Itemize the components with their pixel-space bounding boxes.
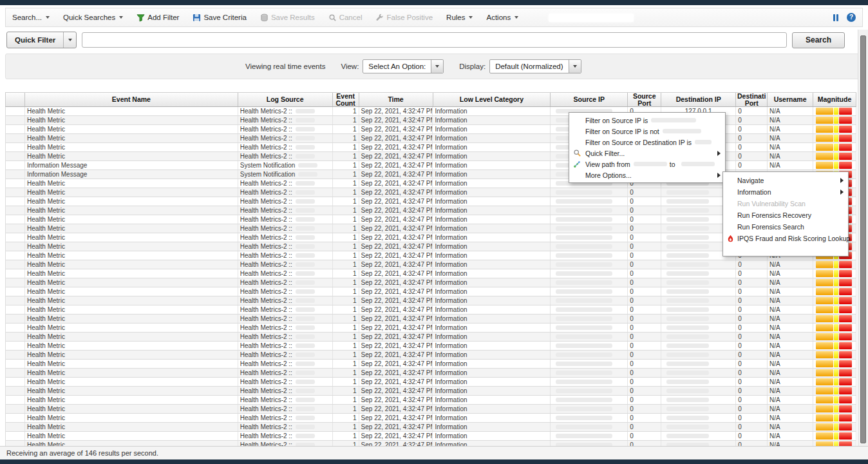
menu-item-navigate[interactable]: Navigate xyxy=(723,175,848,186)
menu-item-quick-filter[interactable]: Quick Filter... xyxy=(569,148,725,159)
cell-source-ip xyxy=(551,233,628,242)
redacted-text xyxy=(296,136,315,140)
redacted-text xyxy=(556,316,612,321)
table-row[interactable]: Health MetricHealth Metrics-2 ::1Sep 22,… xyxy=(6,351,856,360)
cell-destination-ip xyxy=(661,296,736,305)
table-row[interactable]: Health MetricHealth Metrics-2 ::1Sep 22,… xyxy=(6,405,856,414)
menu-item-filter-source-ip-is-not[interactable]: Filter on Source IP is not xyxy=(569,126,725,137)
search-menu[interactable]: Search... xyxy=(12,14,50,21)
table-row[interactable]: Health MetricHealth Metrics-2 ::1Sep 22,… xyxy=(6,314,856,324)
table-row[interactable]: Health MetricHealth Metrics-2 ::1Sep 22,… xyxy=(6,260,856,269)
add-filter-button[interactable]: Add Filter xyxy=(137,14,179,22)
cell-event-count: 1 xyxy=(333,378,359,386)
column-header-source-port[interactable]: Source Port xyxy=(628,93,661,106)
column-header-magnitude[interactable]: Magnitude xyxy=(813,93,856,106)
table-row[interactable]: Health MetricHealth Metrics-2 ::1Sep 22,… xyxy=(6,134,856,143)
magnitude-segment-amber xyxy=(816,306,833,313)
cell-select xyxy=(6,278,25,287)
cell-event-count: 1 xyxy=(333,215,359,224)
column-header-low-level-category[interactable]: Low Level Category xyxy=(433,93,551,106)
pause-icon[interactable] xyxy=(833,14,838,21)
cell-source-port: 0 xyxy=(628,396,661,404)
menu-item-more-options[interactable]: More Options... xyxy=(569,169,725,180)
menu-item-ipqs-fraud-risk-lookup[interactable]: IPQS Fraud and Risk Scoring Lookup xyxy=(723,233,848,244)
table-row[interactable]: Information MessageSystem Notification1S… xyxy=(6,161,856,170)
menu-item-run-forensics-search[interactable]: Run Forensics Search xyxy=(723,221,848,233)
help-icon[interactable]: ? xyxy=(847,13,856,22)
table-row[interactable]: Health MetricHealth Metrics-2 ::1Sep 22,… xyxy=(6,360,856,369)
redacted-text xyxy=(296,298,315,303)
table-row[interactable]: Health MetricHealth Metrics-2 ::1Sep 22,… xyxy=(6,125,856,134)
table-row[interactable]: Health MetricHealth Metrics-2 ::1Sep 22,… xyxy=(6,305,856,314)
table-row[interactable]: Health MetricHealth Metrics-2 ::1Sep 22,… xyxy=(6,143,856,152)
column-header-log-source[interactable]: Log Source xyxy=(238,93,333,106)
cell-source-port: 0 xyxy=(628,414,661,422)
table-row[interactable]: Health MetricHealth Metrics-2 ::1Sep 22,… xyxy=(6,441,856,446)
cell-magnitude xyxy=(813,278,856,287)
table-row[interactable]: Health MetricHealth Metrics-2 ::1Sep 22,… xyxy=(6,414,856,423)
table-row[interactable]: Health MetricHealth Metrics-2 ::1Sep 22,… xyxy=(6,152,856,161)
quick-filter-dropdown[interactable]: Quick Filter xyxy=(6,32,77,48)
table-row[interactable]: Health MetricHealth Metrics-2 ::1Sep 22,… xyxy=(6,342,856,351)
view-select[interactable]: Select An Option: xyxy=(363,59,444,73)
menu-item-filter-source-ip-is[interactable]: Filter on Source IP is xyxy=(569,115,725,126)
table-row[interactable]: Health MetricHealth Metrics-2 ::1Sep 22,… xyxy=(6,116,856,125)
menu-item-filter-source-or-destination-ip-is[interactable]: Filter on Source or Destination IP is xyxy=(569,137,725,148)
actions-menu[interactable]: Actions xyxy=(486,14,518,21)
menu-item-filter-source-ip-is-not-label: Filter on Source IP is not xyxy=(585,128,659,135)
cell-time: Sep 22, 2021, 4:32:47 PM xyxy=(359,369,433,377)
column-header-username[interactable]: Username xyxy=(768,93,813,106)
column-header-destination-ip[interactable]: Destination IP xyxy=(661,93,736,106)
redacted-text xyxy=(296,253,315,258)
table-row[interactable]: Health MetricHealth Metrics-2 ::1Sep 22,… xyxy=(6,423,856,432)
table-row[interactable]: Health MetricHealth Metrics-2 ::1Sep 22,… xyxy=(6,107,856,116)
table-row[interactable]: Health MetricHealth Metrics-2 ::1Sep 22,… xyxy=(6,278,856,287)
caret-down-icon xyxy=(469,16,473,19)
cell-event-name: Health Metric xyxy=(25,143,238,151)
wrench-icon xyxy=(375,14,384,22)
cell-low-level-category: Information xyxy=(433,378,551,386)
cell-destination-ip xyxy=(661,369,736,377)
caret-down-icon xyxy=(514,16,518,19)
table-row[interactable]: Health MetricHealth Metrics-2 ::1Sep 22,… xyxy=(6,396,856,405)
cell-event-name: Health Metric xyxy=(25,342,238,350)
magnitude-segment-yellow xyxy=(834,135,838,142)
table-row[interactable]: Health MetricHealth Metrics-2 ::1Sep 22,… xyxy=(6,378,856,387)
column-header-destination-port[interactable]: Destinati Port xyxy=(736,93,768,106)
cell-username: N/A xyxy=(768,269,813,278)
cell-event-name: Health Metric xyxy=(25,333,238,341)
redacted-text xyxy=(666,289,709,294)
redacted-text xyxy=(556,235,612,240)
table-row[interactable]: Health MetricHealth Metrics-2 ::1Sep 22,… xyxy=(6,324,856,333)
cell-select xyxy=(6,107,25,115)
magnifier-icon xyxy=(569,149,585,157)
display-select[interactable]: Default (Normalized) xyxy=(489,59,581,73)
table-row[interactable]: Health MetricHealth Metrics-2 ::1Sep 22,… xyxy=(6,296,856,305)
quick-filter-input[interactable] xyxy=(82,32,787,48)
menu-item-view-path[interactable]: View path fromto xyxy=(569,159,725,169)
redacted-text xyxy=(296,434,315,438)
column-header-event-count[interactable]: Event Count xyxy=(333,93,359,106)
redacted-text xyxy=(298,163,317,168)
table-row[interactable]: Health MetricHealth Metrics-2 ::1Sep 22,… xyxy=(6,387,856,396)
column-header-source-ip[interactable]: Source IP xyxy=(551,93,628,106)
redacted-text xyxy=(681,162,715,166)
scrollbar-thumb[interactable] xyxy=(860,35,866,443)
cell-event-name: Health Metric xyxy=(25,387,238,395)
save-criteria-button[interactable]: Save Criteria xyxy=(193,14,246,22)
menu-item-information[interactable]: Information xyxy=(723,186,848,198)
table-row[interactable]: Health MetricHealth Metrics-2 ::1Sep 22,… xyxy=(6,432,856,441)
cell-magnitude xyxy=(813,387,856,395)
column-header-time[interactable]: Time xyxy=(359,93,433,106)
menu-item-run-forensics-recovery[interactable]: Run Forensics Recovery xyxy=(723,209,848,221)
search-button[interactable]: Search xyxy=(792,32,845,48)
rules-menu[interactable]: Rules xyxy=(446,14,473,21)
table-row[interactable]: Health MetricHealth Metrics-2 ::1Sep 22,… xyxy=(6,333,856,342)
cell-magnitude xyxy=(813,369,856,377)
table-row[interactable]: Health MetricHealth Metrics-2 ::1Sep 22,… xyxy=(6,369,856,378)
table-row[interactable]: Health MetricHealth Metrics-2 ::1Sep 22,… xyxy=(6,269,856,278)
quick-searches-menu[interactable]: Quick Searches xyxy=(63,14,123,21)
table-row[interactable]: Health MetricHealth Metrics-2 ::1Sep 22,… xyxy=(6,287,856,296)
column-header-event-name[interactable]: Event Name xyxy=(25,93,238,106)
vertical-scrollbar[interactable] xyxy=(858,30,868,446)
